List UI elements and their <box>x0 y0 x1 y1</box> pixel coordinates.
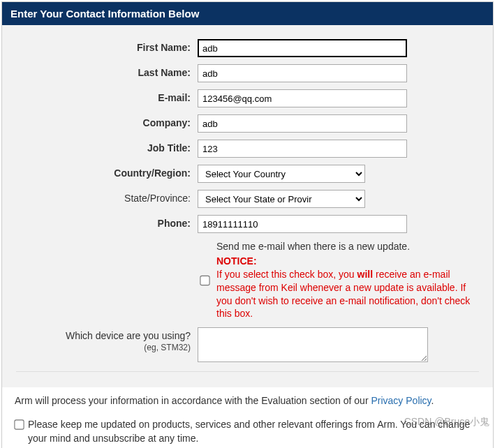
contact-form: First Name: Last Name: E-mail: Company: … <box>2 25 493 387</box>
job-title-label: Job Title: <box>16 140 198 154</box>
last-name-input[interactable] <box>198 64 407 82</box>
company-input[interactable] <box>198 114 407 133</box>
email-update-label: Send me e-mail when there is a new updat… <box>216 241 410 252</box>
state-select[interactable]: Select Your State or Provir <box>198 190 365 208</box>
job-title-input[interactable] <box>198 140 407 158</box>
phone-input[interactable] <box>198 215 407 233</box>
first-name-input[interactable] <box>198 39 407 57</box>
divider <box>16 371 479 372</box>
device-label: Which device are you using? (eg, STM32) <box>16 327 198 352</box>
country-select[interactable]: Select Your Country <box>198 165 365 183</box>
email-update-checkbox[interactable] <box>200 239 209 322</box>
marketing-updates-label: Please keep me updated on products, serv… <box>28 418 480 445</box>
last-name-label: Last Name: <box>16 64 198 78</box>
phone-label: Phone: <box>16 215 198 229</box>
privacy-policy-text: Arm will process your information in acc… <box>15 394 480 408</box>
first-name-label: First Name: <box>16 39 198 53</box>
state-label: State/Province: <box>16 190 198 204</box>
email-input[interactable] <box>198 89 407 107</box>
marketing-updates-checkbox[interactable] <box>14 419 24 429</box>
email-label: E-mail: <box>16 89 198 103</box>
privacy-policy-link[interactable]: Privacy Policy <box>371 395 431 406</box>
notice-text: If you select this check box, you will r… <box>216 268 479 321</box>
device-textarea[interactable] <box>198 327 428 362</box>
notice-heading: NOTICE: <box>216 255 479 268</box>
company-label: Company: <box>16 114 198 128</box>
country-label: Country/Region: <box>16 165 198 179</box>
policy-section: Arm will process your information in acc… <box>2 387 493 448</box>
form-header: Enter Your Contact Information Below <box>2 2 493 25</box>
